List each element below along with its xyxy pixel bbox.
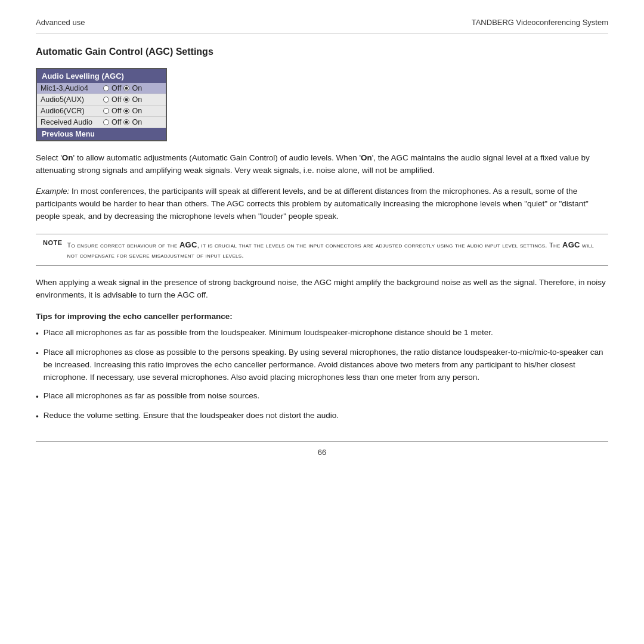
bullet-icon: • <box>36 391 39 404</box>
radio-off-vcr[interactable] <box>103 108 109 114</box>
radio-on-received[interactable] <box>123 119 129 125</box>
note-label: NOTE <box>43 239 63 246</box>
bullet-icon: • <box>36 348 39 360</box>
section-title: Automatic Gain Control (AGC) Settings <box>36 47 608 57</box>
radio-off-received[interactable] <box>103 119 109 125</box>
bullet-list: • Place all microphones as far as possib… <box>36 327 608 423</box>
radio-off-aux[interactable] <box>103 97 109 103</box>
radio-on-aux[interactable] <box>123 97 129 103</box>
bullet-icon: • <box>36 411 39 423</box>
previous-menu-button[interactable]: Previous Menu <box>37 128 166 140</box>
agc-row-received[interactable]: Received Audio Off On <box>37 117 166 128</box>
agc-options-received: Off On <box>103 118 142 126</box>
agc-row-vcr[interactable]: Audio6(VCR) Off On <box>37 106 166 117</box>
note-text: To ensure correct behaviour of the AGC, … <box>67 239 601 261</box>
header-center: TANDBERG Videoconferencing System <box>472 18 608 27</box>
note-box: NOTE To ensure correct behaviour of the … <box>36 234 608 266</box>
on-label-mic: On <box>132 84 142 92</box>
on-label-received: On <box>132 118 142 126</box>
bullet-text-2: Place all microphones as close as possib… <box>44 346 608 384</box>
agc-options-mic: Off On <box>103 84 142 92</box>
on-label-vcr: On <box>132 107 142 115</box>
radio-off-mic[interactable] <box>103 85 109 91</box>
off-label-mic: Off <box>112 84 121 92</box>
off-label-aux: Off <box>112 95 121 104</box>
agc-label-vcr: Audio6(VCR) <box>41 107 103 115</box>
bullet-text-3: Place all microphones as far as possible… <box>44 390 259 402</box>
list-item: • Reduce the volume setting. Ensure that… <box>36 410 608 423</box>
off-label-vcr: Off <box>112 107 121 115</box>
on-bold-2: On <box>361 153 372 162</box>
header-left: Advanced use <box>36 18 85 27</box>
agc-label-aux: Audio5(AUX) <box>41 95 103 104</box>
paragraph2: Example: In most conferences, the partic… <box>36 185 608 223</box>
radio-on-mic[interactable] <box>123 85 129 91</box>
bullet-text-4: Reduce the volume setting. Ensure that t… <box>44 410 339 422</box>
tips-title: Tips for improving the echo canceller pe… <box>36 312 608 321</box>
page-number: 66 <box>318 448 326 457</box>
example-label: Example: <box>36 187 69 196</box>
off-label-received: Off <box>112 118 121 126</box>
on-bold-1: On <box>62 153 73 162</box>
on-label-aux: On <box>132 95 142 104</box>
agc-options-vcr: Off On <box>103 107 142 115</box>
list-item: • Place all microphones as far as possib… <box>36 327 608 340</box>
radio-on-vcr[interactable] <box>123 108 129 114</box>
agc-box: Audio Levelling (AGC) Mic1-3,Audio4 Off … <box>36 68 167 141</box>
list-item: • Place all microphones as close as poss… <box>36 346 608 384</box>
paragraph3: When applying a weak signal in the prese… <box>36 277 608 302</box>
agc-label-mic: Mic1-3,Audio4 <box>41 84 103 92</box>
page-footer: 66 <box>36 441 608 457</box>
agc-label-received: Received Audio <box>41 118 103 126</box>
agc-large-2: AGC <box>562 240 580 249</box>
agc-row-aux[interactable]: Audio5(AUX) Off On <box>37 94 166 106</box>
agc-options-aux: Off On <box>103 95 142 104</box>
bullet-text-1: Place all microphones as far as possible… <box>44 327 493 339</box>
agc-box-header: Audio Levelling (AGC) <box>37 69 166 83</box>
bullet-icon: • <box>36 328 39 340</box>
paragraph1: Select 'On' to allow automatic adjustmen… <box>36 152 608 177</box>
agc-row-mic[interactable]: Mic1-3,Audio4 Off On <box>37 83 166 94</box>
agc-large-1: AGC <box>179 240 197 249</box>
list-item: • Place all microphones as far as possib… <box>36 390 608 404</box>
top-bar: Advanced use TANDBERG Videoconferencing … <box>36 18 608 33</box>
page: Advanced use TANDBERG Videoconferencing … <box>0 0 644 644</box>
